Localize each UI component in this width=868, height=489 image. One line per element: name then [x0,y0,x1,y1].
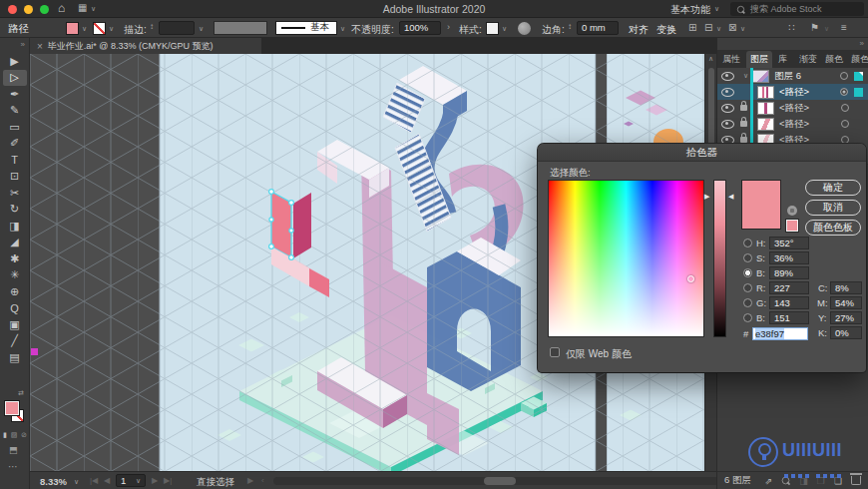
capture-tool[interactable]: ▤ [3,349,27,366]
horizontal-scrollbar[interactable] [273,477,724,485]
layer-thumbnail[interactable] [757,118,774,131]
g-field[interactable]: 143 [769,296,809,309]
free-transform-tool[interactable]: ⊡ [3,169,27,186]
tab-libraries[interactable]: 库 [776,51,789,68]
none-button[interactable]: ⊘ [21,431,27,439]
tab-layers[interactable]: 图层 [746,51,772,68]
layer-target-icon[interactable] [840,88,848,96]
fill-color-swatch[interactable] [66,22,79,35]
status-expand-icon[interactable]: ▶ [247,476,253,485]
color-field[interactable] [548,180,704,337]
corner-field[interactable]: 0 mm [577,21,619,35]
fill-indicator-swatch[interactable] [5,401,19,415]
layer-group-thumbnail[interactable] [752,70,769,83]
blob-brush-tool[interactable]: ✱ [3,250,27,267]
document-tab[interactable]: × 毕业作业.ai* @ 8.33% (CMYK/GPU 预览) [30,38,261,54]
select-similar-icon[interactable]: ⊟ [704,22,712,33]
pen-tool[interactable]: ✒ [3,86,27,103]
zoom-level[interactable]: 8.33% [40,476,67,487]
toolbar-more-icon[interactable]: ⋯ [8,461,18,472]
layer-row[interactable]: <路径> [717,100,868,117]
artboard-chevron-icon[interactable]: ∨ [136,477,141,485]
cancel-button[interactable]: 取消 [805,200,861,216]
workspace-chevron-icon[interactable]: ∨ [714,5,719,13]
selection-tool[interactable]: ▶ [3,53,27,70]
recolor-artwork-icon[interactable]: ⊠ [728,22,736,33]
color-slider[interactable] [713,180,726,337]
gradient-button[interactable]: ▨ [11,431,18,439]
zoom-tool[interactable]: Q [3,300,27,317]
stroke-style-chevron-icon[interactable]: ∨ [340,25,345,33]
next-artboard-icon[interactable]: ▶ [152,476,158,485]
document-setup-globe-icon[interactable] [518,22,531,35]
slider-right-arrow-icon[interactable]: ◀ [728,193,733,201]
color-field-marker[interactable] [687,275,694,282]
visibility-eye-icon[interactable] [721,88,734,97]
layer-thumbnail[interactable] [757,102,774,115]
layer-name[interactable]: <路径> [779,86,809,99]
artboard-tool[interactable]: ▣ [3,316,27,333]
tab-close-icon[interactable]: × [37,41,43,52]
layer-expand-chevron-icon[interactable]: ∨ [743,72,748,80]
r-field[interactable]: 227 [769,281,809,294]
first-artboard-icon[interactable]: |◀ [90,476,98,485]
c-field[interactable]: 8% [830,281,862,294]
horizontal-scroll-thumb[interactable] [484,477,516,485]
slice-tool[interactable]: ╱ [3,333,27,350]
rectangle-tool[interactable]: ▭ [3,119,27,136]
toolbar-expand-icon[interactable]: » [0,38,29,51]
isolate-selection-icon[interactable]: ⊞ [688,22,696,33]
layer-target-icon[interactable] [841,136,849,144]
corner-stepper[interactable]: ↕ [568,22,572,31]
stroke-chevron-icon[interactable]: ∨ [109,25,114,33]
fill-chevron-icon[interactable]: ∨ [82,25,87,33]
transform-button[interactable]: 变换 [656,23,676,37]
scissors-tool[interactable]: ✂ [3,185,27,202]
drawing-mode-icon[interactable]: ⬒ [9,445,18,455]
slider-left-arrow-icon[interactable]: ▶ [704,193,709,201]
dialog-title-bar[interactable]: 拾色器 [538,144,866,162]
s-field[interactable]: 36% [769,251,809,264]
select-similar-chevron-icon[interactable]: ∨ [716,25,721,33]
scroll-up-icon[interactable]: ∧ [705,54,716,64]
style-swatch[interactable] [486,22,499,35]
b2-radio[interactable] [743,313,752,322]
stroke-profile-dropdown[interactable] [214,21,267,35]
shape-builder-tool[interactable]: ⊕ [3,283,27,300]
opacity-field[interactable]: 100% [399,21,441,35]
swap-fill-stroke-icon[interactable]: ⇄ [18,389,24,397]
web-only-checkbox[interactable] [550,347,560,357]
rotate-tool[interactable]: ↻ [3,202,27,219]
stock-search-box[interactable]: 搜索 Adobe Stock [730,2,864,16]
b2-field[interactable]: 151 [769,311,809,324]
layer-row-group[interactable]: ∨ 图层 6 [717,68,868,85]
m-field[interactable]: 54% [830,296,862,309]
prev-artboard-icon[interactable]: ◀ [104,476,110,485]
tab-color[interactable]: 颜色 [823,51,845,68]
symbol-sprayer-tool[interactable]: ✳ [3,267,27,284]
opacity-chevron-icon[interactable]: › [447,22,450,32]
artboard-nav-field[interactable]: 1 ∨ [116,474,146,487]
curvature-tool[interactable]: ✎ [3,103,27,120]
h-radio[interactable] [743,239,752,247]
s-radio[interactable] [743,253,752,262]
stroke-style-dropdown[interactable]: 基本 [275,21,337,35]
direct-selection-tool[interactable]: ▷ [3,70,27,87]
layer-thumbnail[interactable] [757,86,774,99]
b-field[interactable]: 89% [769,266,809,279]
layer-target-icon[interactable] [840,72,848,80]
r-radio[interactable] [743,283,752,292]
hex-field[interactable]: e38f97 [752,327,808,340]
stroke-color-swatch[interactable] [93,22,106,35]
visibility-eye-icon[interactable] [721,120,734,129]
ok-button[interactable]: 确定 [805,180,861,196]
panel-collapse-icon[interactable]: » [717,38,868,50]
layer-target-icon[interactable] [841,120,849,128]
tab-properties[interactable]: 属性 [720,51,742,68]
lock-icon[interactable] [740,121,747,127]
share-chevron-icon[interactable]: ∨ [824,25,829,33]
workspace-switcher[interactable]: 基本功能 [670,3,710,17]
layer-row[interactable]: <路径> [717,116,868,133]
y-field[interactable]: 27% [830,311,862,324]
h-field[interactable]: 352° [769,237,809,249]
